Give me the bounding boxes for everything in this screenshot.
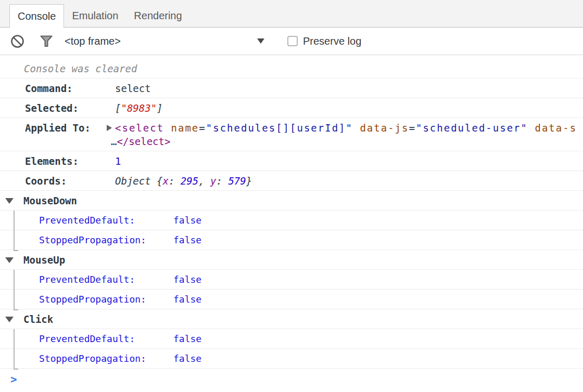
console-group-children: PreventedDefault:falseStoppedPropagation…: [0, 329, 583, 369]
console-row: Applied To:<select name="schedules[][use…: [0, 118, 583, 151]
console-text-part: </select>: [117, 136, 170, 147]
console-row: Selected:["8983"]: [0, 98, 583, 118]
console-text-part: 295: [181, 175, 198, 187]
console-row-value: false: [173, 293, 201, 306]
console-group-header[interactable]: Click: [0, 309, 583, 329]
console-row: StoppedPropagation:false: [0, 349, 583, 369]
console-row-label: PreventedDefault:: [39, 214, 173, 227]
console-text-part: Object {: [115, 175, 163, 187]
console-toolbar: <top frame> Preserve log: [0, 28, 583, 55]
expand-triangle-icon[interactable]: [107, 125, 112, 131]
console-row-value: false: [173, 233, 201, 247]
console-text-part: data-s: [535, 122, 577, 134]
group-indent-guide: [14, 270, 18, 310]
console-row-value: Object {x: 295, y: 579}: [115, 174, 252, 188]
tab-emulation[interactable]: Emulation: [64, 4, 126, 27]
frame-context-selector[interactable]: <top frame>: [65, 35, 264, 47]
console-text-part: ,: [198, 175, 210, 187]
console-group-children: PreventedDefault:falseStoppedPropagation…: [0, 270, 583, 309]
console-row: PreventedDefault:false: [0, 211, 583, 230]
console-row-label: StoppedPropagation:: [39, 233, 173, 247]
console-row-value: <select name="schedules[][userId]" data-…: [115, 121, 577, 148]
console-text-part: [353, 122, 360, 134]
system-message: Console was cleared: [24, 63, 137, 74]
console-text-part: :: [169, 175, 181, 187]
console-group-children: PreventedDefault:falseStoppedPropagation…: [0, 211, 583, 250]
console-row: Command:select: [0, 79, 583, 98]
console-text-part: x: [163, 175, 169, 187]
element-preview-open: <select name="schedules[][userId]" data-…: [115, 121, 577, 135]
console-text-part: =: [409, 122, 416, 134]
console-row-value: select: [115, 82, 151, 95]
console-row-label: StoppedPropagation:: [39, 293, 173, 306]
console-row-label: PreventedDefault:: [39, 332, 173, 346]
tab-rendering[interactable]: Rendering: [126, 4, 189, 27]
console-text-part: [: [115, 102, 121, 114]
collapse-triangle-icon[interactable]: [5, 257, 14, 263]
ban-icon: [10, 34, 24, 48]
collapse-triangle-icon[interactable]: [5, 198, 14, 204]
console-text-part: :: [217, 175, 229, 187]
console-row-system: Console was cleared: [0, 55, 583, 79]
console-log: Console was clearedCommand:selectSelecte…: [0, 55, 583, 369]
console-text-part: …: [111, 136, 117, 147]
console-row: PreventedDefault:false: [0, 270, 583, 290]
console-text-part: y: [210, 175, 216, 187]
console-row: StoppedPropagation:false: [0, 290, 583, 309]
collapse-triangle-icon[interactable]: [5, 317, 14, 322]
console-row-label: Command:: [25, 82, 115, 95]
drawer-tab-bar: Console Emulation Rendering: [0, 0, 583, 28]
console-row-label: Applied To:: [25, 121, 115, 148]
console-row-label: Coords:: [25, 174, 115, 188]
console-text-part: "scheduled-user": [416, 122, 528, 134]
console-row-value: ["8983"]: [115, 101, 163, 115]
console-text-part: ]: [157, 102, 162, 114]
console-text-part: =: [199, 122, 206, 134]
console-row-label: Selected:: [25, 101, 115, 115]
console-row: Coords:Object {x: 295, y: 579}: [0, 171, 583, 191]
console-row-value: false: [173, 332, 201, 346]
console-text-part: 579: [228, 175, 246, 187]
console-group-label: MouseUp: [23, 254, 65, 266]
tab-console[interactable]: Console: [9, 4, 64, 28]
console-row: StoppedPropagation:false: [0, 230, 583, 250]
console-text-part: [528, 122, 535, 134]
console-row-value: false: [173, 352, 201, 365]
console-row-value: 1: [115, 154, 121, 168]
console-text-part: data-js: [360, 122, 409, 134]
preserve-log-label[interactable]: Preserve log: [303, 35, 361, 47]
console-group-label: Click: [23, 313, 53, 325]
prompt-chevron-icon: >: [10, 373, 17, 386]
console-row-value: false: [173, 214, 201, 227]
preserve-log-checkbox[interactable]: [287, 36, 298, 46]
element-preview-close: …</select>: [111, 135, 577, 148]
console-row-label: Elements:: [25, 154, 115, 168]
console-row: PreventedDefault:false: [0, 329, 583, 349]
clear-console-button[interactable]: [10, 34, 24, 48]
console-text-part: <select: [115, 122, 164, 134]
console-text-part: "8983": [121, 102, 157, 114]
console-text-part: select: [115, 83, 151, 94]
group-indent-guide: [14, 211, 18, 251]
filter-button[interactable]: [40, 34, 53, 48]
console-text-part: [164, 122, 171, 134]
console-row-label: StoppedPropagation:: [39, 352, 173, 365]
console-text-part: }: [246, 175, 252, 187]
console-row-label: PreventedDefault:: [39, 273, 173, 286]
console-group-header[interactable]: MouseUp: [0, 250, 583, 270]
console-group-header[interactable]: MouseDown: [0, 191, 583, 211]
console-row-value: false: [173, 273, 201, 286]
console-text-part: "schedules[][userId]": [206, 122, 353, 134]
console-row: Elements:1: [0, 151, 583, 171]
console-prompt[interactable]: >: [0, 369, 583, 386]
dropdown-arrow-icon: [257, 38, 264, 44]
console-group-label: MouseDown: [23, 195, 77, 206]
frame-selector-value: <top frame>: [65, 35, 121, 47]
console-text-part: 1: [115, 155, 121, 167]
funnel-icon: [40, 34, 53, 48]
group-indent-guide: [14, 329, 18, 370]
console-text-part: name: [171, 122, 199, 134]
